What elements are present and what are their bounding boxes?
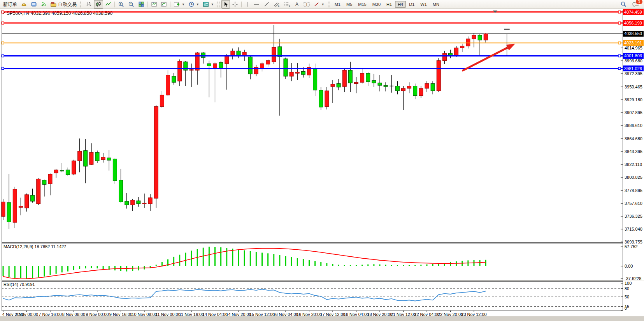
candle-body[interactable] <box>413 86 417 96</box>
candle-body[interactable] <box>107 158 111 160</box>
candle-body[interactable] <box>313 69 317 90</box>
candle-body[interactable] <box>148 198 152 204</box>
zoom-in-icon[interactable] <box>116 0 126 9</box>
candle-body[interactable] <box>248 57 252 74</box>
candle-body[interactable] <box>160 95 164 106</box>
candle-body[interactable] <box>166 75 170 95</box>
line-handle[interactable] <box>618 11 621 13</box>
terminal-icon[interactable] <box>29 0 39 9</box>
candle-body[interactable] <box>31 195 35 201</box>
candle-body[interactable] <box>7 203 11 222</box>
candle-body[interactable] <box>54 170 58 173</box>
candlestick-chart-icon[interactable] <box>94 0 103 9</box>
candle-body[interactable] <box>84 151 88 166</box>
line-handle[interactable] <box>618 67 621 70</box>
line-handle[interactable] <box>618 22 621 24</box>
candle-body[interactable] <box>242 52 246 56</box>
candle-body[interactable] <box>19 206 23 207</box>
candle-body[interactable] <box>131 200 135 205</box>
tf-M15[interactable]: M15 <box>355 1 369 8</box>
candle-body[interactable] <box>472 35 476 39</box>
candle-body[interactable] <box>172 76 176 83</box>
candle-body[interactable] <box>407 86 411 88</box>
candle-body[interactable] <box>331 84 335 86</box>
line-chart-icon[interactable] <box>104 0 113 9</box>
tf-H4[interactable]: H4 <box>395 1 406 8</box>
channel-tool[interactable]: E <box>272 0 282 9</box>
tf-M30[interactable]: M30 <box>370 1 383 8</box>
candle-body[interactable] <box>378 83 382 85</box>
signal-icon[interactable] <box>39 0 48 9</box>
candle-body[interactable] <box>237 51 240 56</box>
candle-body[interactable] <box>154 106 158 198</box>
line-handle[interactable] <box>618 55 621 57</box>
candle-body[interactable] <box>272 47 276 62</box>
candle-body[interactable] <box>354 82 358 83</box>
tf-H1[interactable]: H1 <box>384 1 395 8</box>
candle-body[interactable] <box>478 35 482 40</box>
cascade-charts-icon[interactable] <box>159 0 168 9</box>
candle-body[interactable] <box>437 61 440 91</box>
candle-body[interactable] <box>42 180 46 185</box>
chart-canvas[interactable]: SP500-,H4 4032.390 4059.150 4026.850 403… <box>0 0 644 321</box>
candle-body[interactable] <box>72 161 76 174</box>
candle-body[interactable] <box>290 72 293 76</box>
candle-body[interactable] <box>201 53 205 57</box>
candle-body[interactable] <box>178 61 182 81</box>
candle-body[interactable] <box>207 63 211 66</box>
text-label-tool[interactable]: T <box>302 0 312 9</box>
tile-windows-icon[interactable] <box>137 0 146 9</box>
candle-body[interactable] <box>284 59 288 76</box>
tf-W1[interactable]: W1 <box>418 1 430 8</box>
candle-body[interactable] <box>431 83 435 91</box>
line-handle[interactable] <box>618 42 621 44</box>
bar-chart-icon[interactable] <box>84 0 93 9</box>
candle-body[interactable] <box>60 171 64 171</box>
search-icon[interactable] <box>619 0 628 9</box>
notifications-icon[interactable]: 1 <box>631 0 641 9</box>
candle-body[interactable] <box>113 159 117 181</box>
period-clock-button[interactable]: ▼ <box>187 0 201 9</box>
vertical-line-tool[interactable] <box>243 0 251 9</box>
template-button[interactable]: ▼ <box>201 0 216 9</box>
arrange-charts-icon[interactable] <box>149 0 159 9</box>
candle-body[interactable] <box>213 63 217 68</box>
candle-body[interactable] <box>190 70 193 71</box>
candle-body[interactable] <box>360 73 364 82</box>
candle-body[interactable] <box>419 88 423 96</box>
candle-body[interactable] <box>66 170 70 175</box>
candle-body[interactable] <box>442 53 446 61</box>
candle-body[interactable] <box>325 91 329 106</box>
candle-body[interactable] <box>295 72 299 73</box>
candle-body[interactable] <box>260 63 264 68</box>
text-tool[interactable]: A <box>293 0 301 9</box>
candle-body[interactable] <box>337 83 340 87</box>
gold-ingot-icon[interactable] <box>19 0 29 9</box>
candle-body[interactable] <box>37 179 40 204</box>
tf-M1[interactable]: M1 <box>332 1 343 8</box>
candle-body[interactable] <box>231 51 235 55</box>
candle-body[interactable] <box>78 151 82 161</box>
candle-body[interactable] <box>266 61 270 64</box>
candle-body[interactable] <box>395 86 399 91</box>
candle-body[interactable] <box>25 195 29 208</box>
add-indicator-button[interactable]: ▼ <box>172 0 186 9</box>
candle-body[interactable] <box>460 46 464 48</box>
zoom-out-icon[interactable] <box>126 0 136 9</box>
candle-body[interactable] <box>219 62 223 69</box>
candle-body[interactable] <box>454 48 458 56</box>
tf-D1[interactable]: D1 <box>406 1 417 8</box>
new-order-button[interactable]: 新订单 <box>2 0 19 9</box>
candle-body[interactable] <box>119 180 123 202</box>
fibonacci-tool[interactable]: F <box>282 0 292 9</box>
candle-body[interactable] <box>13 189 17 222</box>
candle-body[interactable] <box>372 81 376 83</box>
panel-splitter[interactable] <box>0 280 644 281</box>
candle-body[interactable] <box>89 152 93 164</box>
tf-MN[interactable]: MN <box>430 1 442 8</box>
tf-M5[interactable]: M5 <box>344 1 355 8</box>
autotrading-button[interactable]: 自动交易 <box>49 0 78 9</box>
candle-body[interactable] <box>466 39 470 46</box>
candle-body[interactable] <box>301 71 305 74</box>
candle-body[interactable] <box>101 157 105 160</box>
